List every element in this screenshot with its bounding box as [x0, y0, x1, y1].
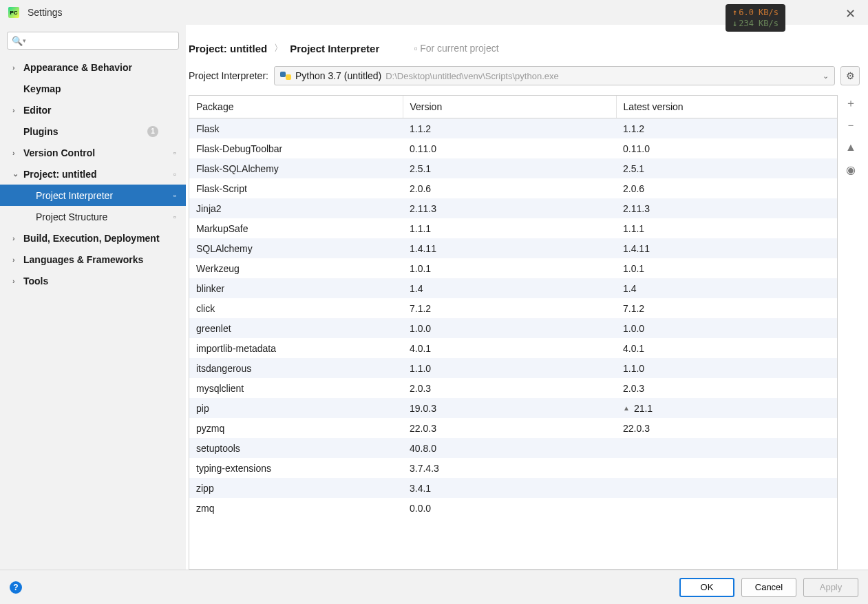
- cell-latest: [616, 458, 837, 478]
- cell-package: Flask-SQLAlchemy: [189, 158, 403, 178]
- cell-latest: 1.4.11: [616, 238, 837, 258]
- sidebar-item-project-structure[interactable]: Project Structure▫: [0, 206, 186, 227]
- col-version[interactable]: Version: [403, 96, 616, 118]
- cell-latest: [616, 478, 837, 498]
- sidebar-item-label: Version Control: [23, 147, 95, 158]
- table-row[interactable]: Flask-Script2.0.62.0.6: [189, 178, 837, 198]
- dialog-footer: ? OK Cancel Apply: [0, 570, 868, 604]
- cell-package: setuptools: [189, 438, 403, 458]
- cell-version: 22.0.3: [403, 418, 616, 438]
- chevron-down-icon: ⌄: [823, 72, 829, 81]
- sidebar-item-label: Project Structure: [36, 211, 107, 222]
- ok-button[interactable]: OK: [679, 578, 734, 597]
- cell-version: 0.0.0: [403, 498, 616, 518]
- table-row[interactable]: setuptools40.8.0: [189, 438, 837, 458]
- sidebar-item-build-execution-deployment[interactable]: ›Build, Execution, Deployment: [0, 227, 186, 249]
- cell-latest: 0.11.0: [616, 138, 837, 158]
- table-row[interactable]: MarkupSafe1.1.11.1.1: [189, 218, 837, 238]
- chevron-right-icon: ›: [12, 277, 22, 285]
- table-row[interactable]: Werkzeug1.0.11.0.1: [189, 258, 837, 278]
- add-package-button[interactable]: ＋: [844, 96, 858, 110]
- cell-latest: 1.1.1: [616, 218, 837, 238]
- cell-package: greenlet: [189, 318, 403, 338]
- cell-latest: 1.0.1: [616, 258, 837, 278]
- help-button[interactable]: ?: [10, 581, 22, 594]
- cell-package: MarkupSafe: [189, 218, 403, 238]
- crumb-page: Project Interpreter: [290, 43, 379, 54]
- remove-package-button[interactable]: －: [844, 118, 858, 132]
- cell-package: click: [189, 298, 403, 318]
- sidebar-item-editor[interactable]: ›Editor: [0, 99, 186, 121]
- cell-version: 1.1.2: [403, 118, 616, 139]
- cell-version: 1.4: [403, 278, 616, 298]
- cell-version: 2.0.3: [403, 378, 616, 398]
- table-row[interactable]: mysqlclient2.0.32.0.3: [189, 378, 837, 398]
- cell-latest: 1.4: [616, 278, 837, 298]
- sidebar-item-label: Project: untitled: [23, 169, 97, 180]
- table-row[interactable]: importlib-metadata4.0.14.0.1: [189, 338, 837, 358]
- table-row[interactable]: Jinja22.11.32.11.3: [189, 198, 837, 218]
- cell-package: Jinja2: [189, 198, 403, 218]
- cell-package: pip: [189, 398, 403, 418]
- packages-table[interactable]: Package Version Latest version Flask1.1.…: [189, 95, 838, 570]
- table-row[interactable]: blinker1.41.4: [189, 278, 837, 298]
- cell-latest: 2.0.6: [616, 178, 837, 198]
- cell-version: 1.1.1: [403, 218, 616, 238]
- cancel-button[interactable]: Cancel: [741, 578, 796, 597]
- table-row[interactable]: greenlet1.0.01.0.0: [189, 318, 837, 338]
- sidebar-item-keymap[interactable]: Keymap: [0, 78, 186, 99]
- interpreter-settings-button[interactable]: ⚙: [840, 66, 860, 85]
- cell-latest: 1.0.0: [616, 318, 837, 338]
- col-latest[interactable]: Latest version: [616, 96, 837, 118]
- table-row[interactable]: Flask-DebugToolbar0.11.00.11.0: [189, 138, 837, 158]
- sidebar-item-label: Build, Execution, Deployment: [23, 233, 160, 244]
- cell-latest: ▲21.1: [616, 398, 837, 418]
- table-row[interactable]: Flask-SQLAlchemy2.5.12.5.1: [189, 158, 837, 178]
- close-button[interactable]: ✕: [842, 6, 858, 22]
- apply-button[interactable]: Apply: [803, 578, 858, 597]
- sidebar-item-label: Tools: [23, 275, 48, 287]
- cell-package: zmq: [189, 498, 403, 518]
- sidebar-item-version-control[interactable]: ›Version Control▫: [0, 142, 186, 163]
- table-row[interactable]: SQLAlchemy1.4.111.4.11: [189, 238, 837, 258]
- app-icon: [8, 7, 19, 18]
- sidebar-item-project-untitled[interactable]: ⌄Project: untitled▫: [0, 163, 186, 185]
- sidebar-item-label: Editor: [23, 105, 51, 116]
- cell-version: 1.0.1: [403, 258, 616, 278]
- table-row[interactable]: Flask1.1.21.1.2: [189, 118, 837, 139]
- table-row[interactable]: zmq0.0.0: [189, 498, 837, 518]
- sidebar-item-label: Project Interpreter: [36, 190, 113, 201]
- table-row[interactable]: typing-extensions3.7.4.3: [189, 458, 837, 478]
- cell-latest: 1.1.0: [616, 358, 837, 378]
- cell-latest: 4.0.1: [616, 338, 837, 358]
- upgrade-package-button[interactable]: ▲: [844, 140, 858, 154]
- crumb-project: Project: untitled: [189, 43, 267, 54]
- table-row[interactable]: itsdangerous1.1.01.1.0: [189, 358, 837, 378]
- search-box[interactable]: 🔍▾: [7, 32, 179, 50]
- settings-tree: ›Appearance & BehaviorKeymap›EditorPlugi…: [0, 56, 186, 570]
- upgrade-available-icon: ▲: [623, 404, 630, 412]
- table-row[interactable]: zipp3.4.1: [189, 478, 837, 498]
- sidebar-item-label: Languages & Frameworks: [23, 254, 143, 265]
- sidebar-item-plugins[interactable]: Plugins1: [0, 121, 186, 142]
- sidebar-item-label: Keymap: [23, 83, 61, 94]
- col-package[interactable]: Package: [189, 96, 403, 118]
- cell-version: 4.0.1: [403, 338, 616, 358]
- cell-version: 2.11.3: [403, 198, 616, 218]
- cell-version: 2.0.6: [403, 178, 616, 198]
- cell-latest: [616, 498, 837, 518]
- table-row[interactable]: pip19.0.3▲21.1: [189, 398, 837, 418]
- sidebar-item-label: Appearance & Behavior: [23, 62, 132, 73]
- cell-package: pyzmq: [189, 418, 403, 438]
- table-row[interactable]: pyzmq22.0.322.0.3: [189, 418, 837, 438]
- cell-version: 0.11.0: [403, 138, 616, 158]
- sidebar-item-project-interpreter[interactable]: Project Interpreter▫: [0, 185, 186, 206]
- show-early-releases-button[interactable]: ◉: [844, 163, 858, 176]
- sidebar-item-languages-frameworks[interactable]: ›Languages & Frameworks: [0, 249, 186, 270]
- interpreter-dropdown[interactable]: Python 3.7 (untitled) D:\Desktop\untitle…: [274, 66, 835, 85]
- table-row[interactable]: click7.1.27.1.2: [189, 298, 837, 318]
- arrow-up-icon: ↑: [732, 8, 737, 17]
- search-input[interactable]: [26, 36, 178, 46]
- sidebar-item-appearance-behavior[interactable]: ›Appearance & Behavior: [0, 56, 186, 78]
- sidebar-item-tools[interactable]: ›Tools: [0, 270, 186, 291]
